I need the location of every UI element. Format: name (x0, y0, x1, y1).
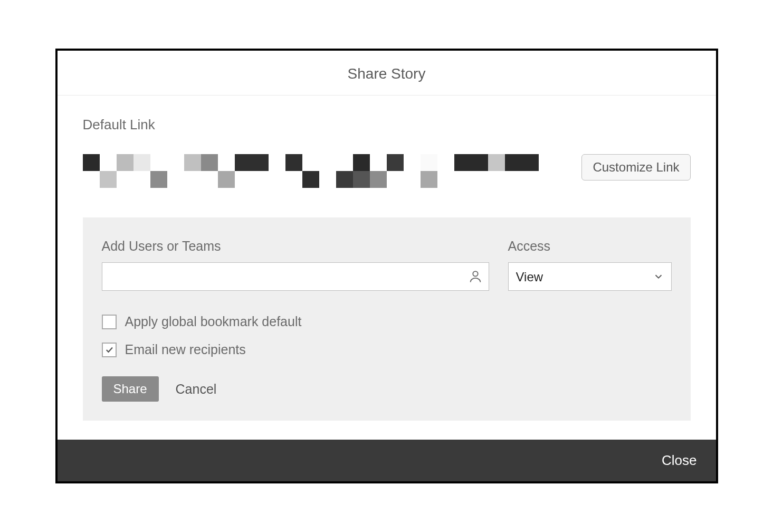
bookmark-checkbox-row: Apply global bookmark default (102, 314, 672, 329)
dialog-header: Share Story (58, 51, 716, 96)
cancel-button[interactable]: Cancel (176, 382, 217, 397)
email-checkbox[interactable] (102, 343, 117, 357)
default-link-value-redacted (83, 154, 561, 191)
email-checkbox-row: Email new recipients (102, 342, 672, 357)
default-link-label: Default Link (83, 117, 691, 133)
users-field-label: Add Users or Teams (102, 239, 489, 254)
bookmark-checkbox[interactable] (102, 315, 117, 329)
field-row: Add Users or Teams Access View (102, 239, 672, 291)
share-panel: Add Users or Teams Access View (83, 217, 691, 421)
users-field-column: Add Users or Teams (102, 239, 489, 291)
panel-button-row: Share Cancel (102, 376, 672, 402)
access-field-label: Access (508, 239, 672, 254)
check-icon (104, 345, 114, 355)
users-input-wrapper (102, 262, 489, 291)
dialog-body: Default Link Customize Link Add Users or… (58, 96, 716, 440)
access-select-wrapper: View (508, 262, 672, 291)
add-users-input[interactable] (102, 262, 489, 291)
close-button[interactable]: Close (662, 452, 696, 469)
link-row: Customize Link (83, 154, 691, 191)
access-select[interactable]: View (508, 262, 672, 291)
dialog-footer: Close (58, 440, 716, 481)
email-checkbox-label[interactable]: Email new recipients (125, 342, 246, 357)
customize-link-button[interactable]: Customize Link (581, 154, 690, 180)
access-field-column: Access View (508, 239, 672, 291)
share-button[interactable]: Share (102, 376, 159, 402)
dialog-title: Share Story (58, 65, 716, 82)
bookmark-checkbox-label[interactable]: Apply global bookmark default (125, 314, 302, 329)
share-story-dialog: Share Story Default Link Customize Link … (55, 49, 718, 483)
